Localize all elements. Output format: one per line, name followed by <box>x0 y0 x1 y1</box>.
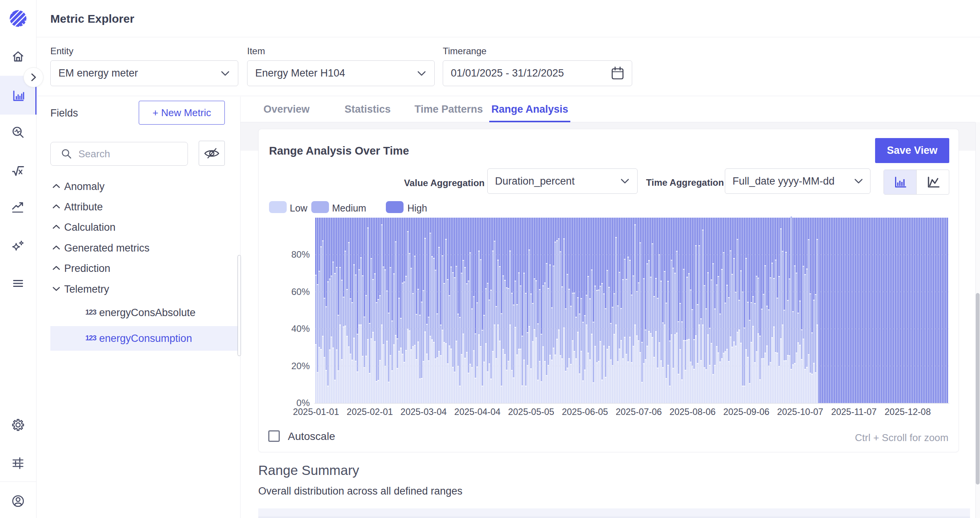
svg-text:2025-02-01: 2025-02-01 <box>347 407 393 417</box>
svg-text:2025-08-06: 2025-08-06 <box>669 407 716 417</box>
svg-text:2025-05-05: 2025-05-05 <box>508 407 554 417</box>
svg-text:2025-01-01: 2025-01-01 <box>293 407 339 417</box>
svg-text:60%: 60% <box>291 286 310 297</box>
svg-text:40%: 40% <box>291 323 310 334</box>
svg-text:2025-04-04: 2025-04-04 <box>454 407 500 417</box>
svg-text:2025-09-06: 2025-09-06 <box>723 407 769 417</box>
svg-text:2025-03-04: 2025-03-04 <box>400 407 447 417</box>
svg-text:2025-12-08: 2025-12-08 <box>885 407 931 417</box>
svg-text:2025-07-06: 2025-07-06 <box>616 407 662 417</box>
svg-text:0%: 0% <box>296 398 310 408</box>
svg-text:20%: 20% <box>291 361 310 371</box>
svg-text:2025-11-07: 2025-11-07 <box>831 407 877 417</box>
svg-text:80%: 80% <box>291 249 310 260</box>
svg-text:2025-10-07: 2025-10-07 <box>777 407 823 417</box>
svg-text:2025-06-05: 2025-06-05 <box>562 407 608 417</box>
